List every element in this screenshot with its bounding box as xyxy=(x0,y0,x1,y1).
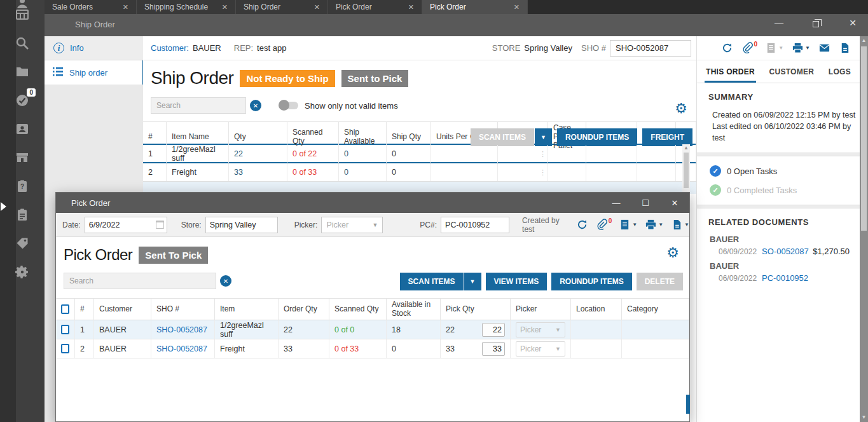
close-tab-icon[interactable]: ✕ xyxy=(406,3,417,11)
completed-tasks-row[interactable]: ✓ 0 Completed Tasks xyxy=(710,184,860,196)
close-tab-icon[interactable]: ✕ xyxy=(120,3,131,11)
tag-icon[interactable] xyxy=(14,235,31,252)
table-row[interactable]: 1 1/2greeMazl suff 22 0 of 22 0 0 ⋮ xyxy=(143,145,696,163)
toggle-label: Show only not valid items xyxy=(305,101,398,111)
store-icon[interactable] xyxy=(14,149,31,166)
close-dialog-icon[interactable]: ✕ xyxy=(660,198,689,208)
print-icon[interactable]: ▼ xyxy=(792,42,810,54)
folder-icon[interactable] xyxy=(14,64,31,80)
created-by-text: Created by test xyxy=(522,216,566,234)
sho-number-input[interactable] xyxy=(610,40,691,57)
scroll-up-icon[interactable]: ▲ xyxy=(682,144,690,152)
print-icon[interactable]: ▼ xyxy=(645,219,663,231)
sho-link[interactable]: SHO-0052087 xyxy=(151,320,215,339)
select-all-checkbox[interactable] xyxy=(61,304,69,314)
date-input[interactable] xyxy=(85,217,167,233)
close-tab-icon[interactable]: ✕ xyxy=(312,3,322,11)
dropdown-caret-icon[interactable]: ▼ xyxy=(778,45,783,51)
pick-order-search-input[interactable] xyxy=(64,273,216,289)
attachments-paperclip-icon[interactable]: 0 xyxy=(596,219,612,231)
related-doc-link[interactable]: SO-0052087 xyxy=(762,247,809,256)
scrollbar-thumb[interactable] xyxy=(684,153,689,188)
dropdown-caret-icon[interactable]: ▼ xyxy=(684,222,689,228)
tab-pick-order-1[interactable]: Pick Order✕ xyxy=(328,0,422,14)
related-doc-link[interactable]: PC-0010952 xyxy=(762,273,808,283)
scrollbar-thumb[interactable] xyxy=(861,46,867,231)
table-settings-gear-icon[interactable]: ⚙ xyxy=(666,246,679,260)
scan-items-button[interactable]: SCAN ITEMS xyxy=(471,128,534,146)
user-icon[interactable] xyxy=(14,0,31,11)
receipt-list-icon[interactable]: ▼ xyxy=(619,219,637,231)
view-items-button[interactable]: VIEW ITEMS xyxy=(486,273,548,290)
document-icon[interactable]: ▼ xyxy=(671,219,689,231)
table-row[interactable]: 2 Freight 33 0 of 33 0 0 ⋮ xyxy=(143,163,696,182)
search-icon[interactable] xyxy=(14,35,31,51)
picker-select[interactable]: Picker▼ xyxy=(516,322,565,337)
email-envelope-icon[interactable] xyxy=(818,42,830,54)
ship-order-search-input[interactable] xyxy=(151,97,246,114)
tab-logs[interactable]: LOGS xyxy=(827,60,852,83)
row-checkbox[interactable] xyxy=(61,325,69,334)
dropdown-caret-icon[interactable]: ▼ xyxy=(632,222,637,228)
sho-link[interactable]: SHO-0052087 xyxy=(151,339,215,358)
table-settings-gear-icon[interactable]: ⚙ xyxy=(675,102,687,116)
clear-search-icon[interactable]: ✕ xyxy=(220,275,231,287)
picker-select[interactable]: Picker▼ xyxy=(321,217,383,233)
close-tab-icon[interactable]: ✕ xyxy=(511,3,522,11)
close-tab-icon[interactable]: ✕ xyxy=(219,3,230,11)
close-window-icon[interactable]: ✕ xyxy=(843,18,862,28)
tab-sale-orders[interactable]: Sale Orders✕ xyxy=(45,0,137,14)
scroll-down-icon[interactable]: ▼ xyxy=(860,413,868,422)
dropdown-caret-icon[interactable]: ▼ xyxy=(658,222,663,228)
drag-handle-icon[interactable]: ⋮ xyxy=(539,150,546,158)
nav-item-info[interactable]: i Info xyxy=(45,36,143,60)
pc-number-input[interactable] xyxy=(441,217,509,233)
minimize-window-icon[interactable]: — xyxy=(769,18,789,28)
scroll-up-icon[interactable]: ▲ xyxy=(860,36,868,45)
dropdown-caret-icon[interactable]: ▼ xyxy=(805,45,810,51)
settings-gear-icon[interactable] xyxy=(14,264,31,280)
store-input[interactable] xyxy=(205,217,278,233)
freight-button[interactable]: FREIGHT xyxy=(642,128,692,146)
window-scrollbar[interactable]: ▲ ▼ xyxy=(860,36,868,422)
clipboard-list-icon[interactable] xyxy=(14,207,31,223)
nav-item-ship-order[interactable]: Ship order xyxy=(45,60,143,85)
tab-customer[interactable]: CUSTOMER xyxy=(768,60,815,83)
tab-shipping-schedule[interactable]: Shipping Schedule✕ xyxy=(137,0,236,14)
scan-items-button[interactable]: SCAN ITEMS xyxy=(400,273,464,290)
refresh-icon[interactable] xyxy=(576,219,588,231)
picker-select[interactable]: Picker▼ xyxy=(516,341,565,357)
tab-this-order[interactable]: THIS ORDER xyxy=(705,60,756,83)
roundup-items-button[interactable]: ROUNDUP ITEMS xyxy=(551,273,631,290)
expand-panel-arrow[interactable] xyxy=(1,202,6,211)
scan-items-dropdown[interactable]: ▼ xyxy=(535,128,552,146)
calendar-icon[interactable] xyxy=(156,221,164,229)
restore-window-icon[interactable] xyxy=(806,18,825,28)
attachments-paperclip-icon[interactable]: 0 xyxy=(741,42,757,54)
delete-button[interactable]: DELETE xyxy=(637,273,683,290)
table-row[interactable]: 1 BAUER SHO-0052087 1/2greeMazl suff 22 … xyxy=(56,320,689,339)
receipt-list-icon[interactable]: ▼ xyxy=(765,42,783,54)
contacts-icon[interactable] xyxy=(14,121,31,137)
table-scrollbar[interactable]: ▲ xyxy=(682,144,690,193)
pick-qty-input[interactable] xyxy=(482,342,505,356)
maximize-dialog-icon[interactable]: ☐ xyxy=(631,198,660,208)
tasks-check-icon[interactable]: 0 xyxy=(14,92,31,109)
scan-items-dropdown[interactable]: ▼ xyxy=(464,273,481,290)
open-tasks-row[interactable]: ✓ 0 Open Tasks xyxy=(710,165,860,177)
document-icon[interactable] xyxy=(839,42,851,54)
minimize-dialog-icon[interactable]: — xyxy=(602,198,631,208)
refresh-icon[interactable] xyxy=(721,42,733,54)
table-row[interactable]: 2 BAUER SHO-0052087 Freight 33 0 of 33 0… xyxy=(56,339,689,358)
roundup-items-button[interactable]: ROUNDUP ITEMS xyxy=(557,128,637,146)
row-checkbox[interactable] xyxy=(61,344,69,353)
drag-handle-icon[interactable]: ⋮ xyxy=(539,168,546,177)
dialog-title-bar[interactable]: Pick Order — ☐ ✕ xyxy=(56,193,689,213)
side-action-fragment[interactable] xyxy=(686,395,690,414)
tab-ship-order[interactable]: Ship Order✕ xyxy=(236,0,328,14)
pick-qty-input[interactable] xyxy=(482,323,505,337)
tab-pick-order-2-active[interactable]: Pick Order✕ xyxy=(422,0,528,14)
show-not-valid-toggle[interactable] xyxy=(279,102,298,109)
clipboard-question-icon[interactable]: ? xyxy=(14,178,31,194)
clear-search-icon[interactable]: ✕ xyxy=(250,100,261,111)
